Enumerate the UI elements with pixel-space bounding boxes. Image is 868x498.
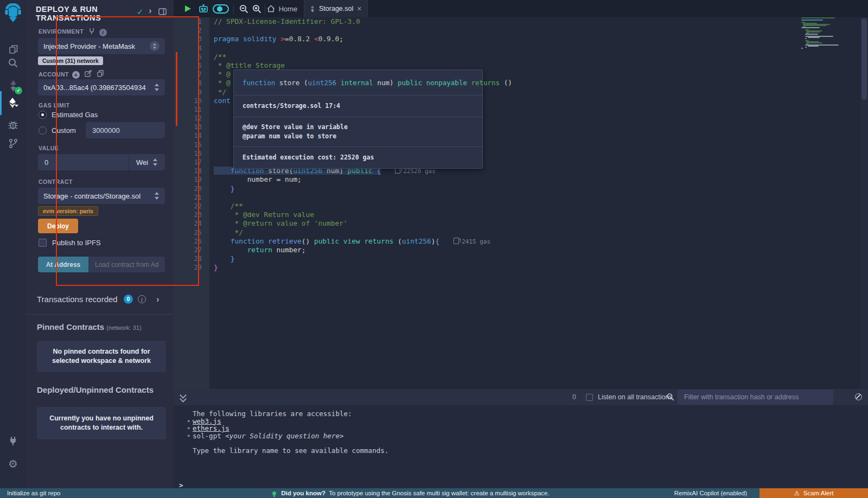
line-number[interactable]: 22: [174, 202, 202, 210]
at-address-input[interactable]: [88, 257, 165, 272]
environment-info-icon[interactable]: i: [99, 29, 107, 36]
tooltip-doc-section: @dev Store value in variable@param num v…: [234, 117, 482, 147]
line-number[interactable]: 13: [174, 123, 202, 131]
terminal-output[interactable]: The following libraries are accessible:•…: [174, 405, 868, 488]
custom-gas-radio[interactable]: [39, 126, 47, 135]
editor-toolbar: Home Storage.sol ×: [174, 0, 868, 17]
copilot-toggle[interactable]: [212, 0, 230, 17]
line-number[interactable]: 21: [174, 193, 202, 202]
transactions-count-badge: 0: [124, 295, 133, 304]
scrollbar-thumb[interactable]: [861, 18, 867, 100]
code-editor[interactable]: 1234567891011121314151617181920212223242…: [174, 17, 868, 389]
line-number[interactable]: 5: [174, 53, 202, 61]
terminal-filter-input[interactable]: [678, 390, 833, 405]
publish-ipfs-checkbox[interactable]: [39, 239, 47, 247]
minimap-line: [805, 47, 807, 48]
line-number[interactable]: 2: [174, 26, 202, 35]
git-init-button[interactable]: Initialize as git repo: [7, 488, 60, 498]
line-number[interactable]: 15: [174, 141, 202, 149]
contract-select[interactable]: Storage - contracts/Storage.sol: [38, 188, 165, 204]
line-number[interactable]: 27: [174, 246, 202, 254]
run-script-icon[interactable]: [182, 0, 193, 17]
minimap-line: [803, 25, 827, 26]
transactions-expand-icon[interactable]: ›: [156, 294, 159, 305]
line-number[interactable]: 12: [174, 114, 202, 123]
line-number[interactable]: 16: [174, 149, 202, 158]
minimap-line: [805, 38, 807, 39]
tab-close-icon[interactable]: ×: [357, 5, 361, 12]
minimap-line: [801, 27, 820, 28]
code-line-4: [214, 44, 490, 53]
line-number[interactable]: 20: [174, 184, 202, 193]
line-number[interactable]: 24: [174, 219, 202, 228]
ai-copilot-robot-icon[interactable]: [196, 0, 210, 17]
minimap-line: [801, 20, 823, 21]
home-tab[interactable]: Home: [260, 0, 304, 17]
plugin-manager-icon[interactable]: [0, 431, 26, 451]
tab-storage-sol[interactable]: Storage.sol ×: [304, 0, 368, 17]
annotation-line-marker: [176, 52, 177, 126]
editor-scrollbar[interactable]: [860, 17, 868, 389]
search-icon[interactable]: [0, 53, 26, 73]
panel-pin-icon[interactable]: [158, 8, 167, 17]
estimated-gas-radio-row: Estimated Gas: [39, 111, 98, 119]
code-line-5: /**: [214, 53, 490, 61]
listen-transactions-checkbox[interactable]: [586, 394, 593, 401]
tab-label: Storage.sol: [319, 5, 353, 12]
line-number[interactable]: 7: [174, 70, 202, 79]
line-number[interactable]: 8: [174, 79, 202, 87]
code-line-21: [214, 193, 490, 202]
code-line-20: }: [214, 184, 490, 193]
environment-label: ENVIRONMENT i: [39, 28, 107, 36]
clear-filter-icon[interactable]: [855, 393, 862, 400]
panel-forward-icon[interactable]: ›: [149, 5, 152, 16]
transactions-info-icon[interactable]: i: [138, 295, 146, 303]
line-number[interactable]: 6: [174, 61, 202, 70]
line-number[interactable]: 19: [174, 175, 202, 184]
edit-account-icon[interactable]: [83, 72, 94, 78]
solidity-file-icon: [310, 5, 315, 12]
at-address-button[interactable]: At Address: [38, 257, 88, 272]
line-number[interactable]: 18: [174, 167, 202, 175]
add-account-icon[interactable]: +: [72, 71, 80, 79]
fork-env-icon[interactable]: [87, 29, 96, 35]
zoom-out-icon[interactable]: [238, 0, 250, 17]
editor-minimap[interactable]: [801, 17, 859, 82]
unpinned-contracts-title: Deployed/Unpinned Contracts: [37, 385, 154, 394]
line-number[interactable]: 11: [174, 105, 202, 114]
remix-logo-icon[interactable]: [0, 3, 26, 23]
solidity-compiler-icon[interactable]: [0, 76, 26, 95]
line-number[interactable]: 14: [174, 131, 202, 140]
copilot-status[interactable]: RemixAI Copilot (enabled): [674, 488, 747, 498]
git-icon[interactable]: [0, 133, 26, 153]
deploy-run-icon[interactable]: [0, 93, 26, 113]
copy-account-icon[interactable]: [97, 72, 104, 78]
line-number[interactable]: 9: [174, 88, 202, 97]
line-number[interactable]: 3: [174, 35, 202, 43]
transactions-recorded-row: Transactions recorded 0 i ›: [37, 295, 163, 304]
collapse-terminal-icon[interactable]: [181, 393, 186, 401]
minimap-line: [801, 17, 835, 18]
debugger-icon[interactable]: [0, 115, 26, 135]
line-number[interactable]: 23: [174, 210, 202, 219]
minimap-line: [801, 48, 803, 49]
environment-select[interactable]: Injected Provider - MetaMask: [38, 38, 165, 54]
line-number[interactable]: 25: [174, 228, 202, 237]
line-number[interactable]: 28: [174, 254, 202, 263]
line-number[interactable]: 26: [174, 237, 202, 246]
line-number[interactable]: 17: [174, 158, 202, 167]
value-unit-select[interactable]: Wei: [129, 154, 165, 170]
line-number[interactable]: 1: [174, 17, 202, 26]
line-number[interactable]: 29: [174, 263, 202, 272]
custom-gas-input[interactable]: [86, 122, 165, 138]
line-number[interactable]: 4: [174, 44, 202, 53]
settings-gear-icon[interactable]: ⚙: [0, 454, 26, 474]
minimap-line: [805, 34, 818, 35]
scam-alert-button[interactable]: ⚠ Scam Alert: [760, 488, 868, 498]
line-number[interactable]: 10: [174, 97, 202, 105]
account-select[interactable]: 0xA03...85ac4 (0.398673504934: [38, 79, 165, 95]
deploy-button[interactable]: Deploy: [38, 219, 78, 233]
estimated-gas-radio[interactable]: [39, 111, 47, 119]
at-address-input-wrap: [88, 257, 165, 272]
value-input[interactable]: [38, 154, 129, 170]
